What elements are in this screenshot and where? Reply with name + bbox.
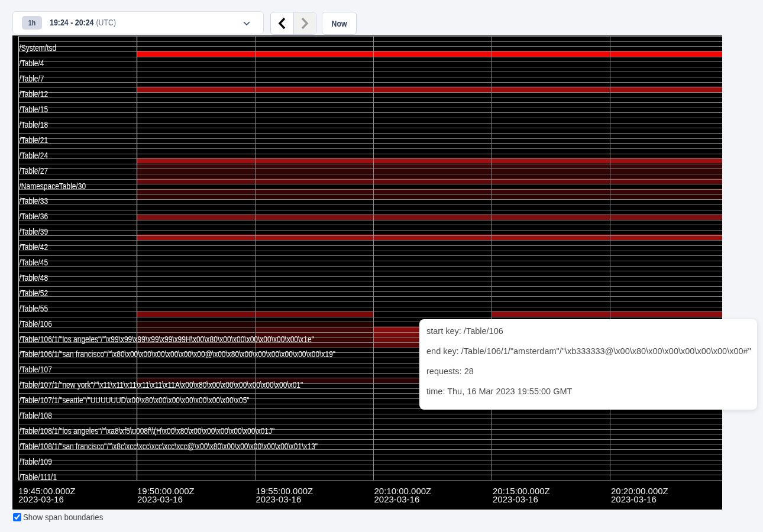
- svg-text:/Table/18: /Table/18: [20, 120, 49, 129]
- svg-text:Now: Now: [332, 18, 347, 28]
- svg-text:/Table/52: /Table/52: [20, 288, 49, 298]
- svg-text:/Table/39: /Table/39: [20, 227, 49, 236]
- svg-text:/Table/4: /Table/4: [20, 59, 44, 68]
- svg-text:2023-03-16: 2023-03-16: [18, 494, 64, 504]
- svg-text:(UTC): (UTC): [96, 18, 117, 27]
- svg-text:2023-03-16: 2023-03-16: [137, 494, 183, 504]
- svg-text:2023-03-16: 2023-03-16: [493, 494, 538, 504]
- svg-text:/Table/45: /Table/45: [20, 258, 49, 267]
- svg-text:2023-03-16: 2023-03-16: [374, 494, 420, 504]
- svg-text:/Table/48: /Table/48: [20, 273, 49, 283]
- svg-text:/Table/42: /Table/42: [20, 242, 49, 252]
- svg-text:/NamespaceTable/30: /NamespaceTable/30: [20, 181, 86, 191]
- svg-text:/Table/7: /Table/7: [20, 74, 44, 83]
- svg-text:1h: 1h: [28, 19, 35, 27]
- svg-text:/Table/107/1/"new york"/"\x11\: /Table/107/1/"new york"/"\x11\x11\x11\x1…: [20, 380, 303, 390]
- svg-text:/System/tsd: /System/tsd: [20, 43, 57, 53]
- svg-text:/Table/108/1/"san francisco"/": /Table/108/1/"san francisco"/"\x8c\xcc\x…: [20, 442, 318, 451]
- svg-text:/Table/33: /Table/33: [20, 196, 49, 206]
- svg-text:2023-03-16: 2023-03-16: [256, 494, 302, 504]
- svg-text:/Table/24: /Table/24: [20, 151, 49, 160]
- svg-text:/Table/108: /Table/108: [20, 411, 52, 420]
- svg-text:/Table/106/1/"los angeles"/"\x: /Table/106/1/"los angeles"/"\x99\x99\x99…: [20, 335, 314, 344]
- svg-text:/Table/106: /Table/106: [20, 319, 52, 329]
- svg-text:/Table/15: /Table/15: [20, 105, 49, 114]
- svg-text:/Table/106/1/"san francisco"/": /Table/106/1/"san francisco"/"\x80\x00\x…: [20, 349, 336, 359]
- svg-text:/Table/12: /Table/12: [20, 89, 49, 99]
- svg-text:/Table/108/1/"los angeles"/"\x: /Table/108/1/"los angeles"/"\xa8\xf5\u00…: [20, 426, 275, 436]
- svg-text:/Table/107: /Table/107: [20, 365, 52, 374]
- svg-text:2023-03-16: 2023-03-16: [611, 494, 657, 504]
- svg-text:/Table/21: /Table/21: [20, 135, 49, 145]
- svg-text:/Table/107/1/"seattle"/"UUUUUU: /Table/107/1/"seattle"/"UUUUUUD\x00\x80\…: [20, 395, 250, 405]
- svg-text:/Table/27: /Table/27: [20, 166, 49, 176]
- svg-text:/Table/109: /Table/109: [20, 457, 52, 466]
- svg-text:/Table/55: /Table/55: [20, 304, 49, 313]
- svg-text:/Table/36: /Table/36: [20, 212, 49, 221]
- svg-text:/Table/111/1: /Table/111/1: [20, 472, 57, 482]
- svg-text:19:24 - 20:24: 19:24 - 20:24: [50, 18, 94, 27]
- svg-text:Show span boundaries: Show span boundaries: [23, 512, 103, 522]
